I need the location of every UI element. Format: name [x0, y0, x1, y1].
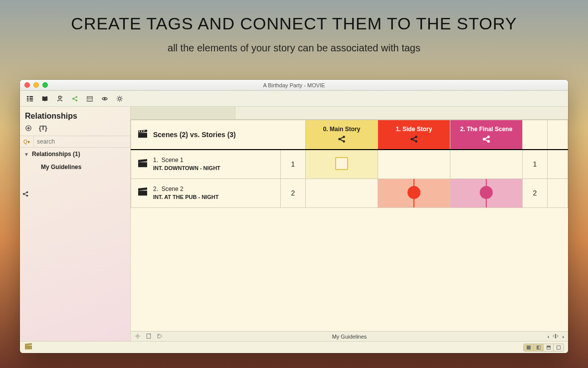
clapboard-icon [137, 187, 148, 198]
svg-line-45 [340, 140, 343, 141]
tree-root-label: Relationships (1) [32, 151, 80, 158]
titlebar: A Birthday Party - MOVIE [20, 80, 568, 91]
hero-title: CREATE TAGS AND CONNECT THEM TO THE STOR… [0, 0, 588, 33]
svg-rect-56 [138, 162, 147, 167]
svg-point-6 [58, 96, 61, 98]
note-icon[interactable] [146, 333, 152, 340]
svg-line-27 [121, 96, 122, 97]
svg-line-49 [412, 137, 415, 139]
svg-line-25 [121, 100, 122, 101]
close-window-button[interactable] [24, 82, 30, 88]
view-mode-3[interactable] [544, 344, 554, 351]
view-mode-segmented[interactable] [523, 344, 564, 352]
disclosure-triangle-icon[interactable]: ▼ [24, 152, 29, 157]
svg-rect-68 [25, 345, 32, 349]
maximize-window-button[interactable] [42, 82, 48, 88]
share-icon[interactable] [71, 95, 79, 103]
main-toolbar [20, 91, 568, 107]
svg-point-66 [159, 335, 160, 336]
story-header-2[interactable]: 2. The Final Scene [450, 120, 523, 150]
sidebar-share-icon[interactable] [22, 190, 29, 199]
gear-icon[interactable] [135, 333, 141, 340]
svg-point-7 [62, 96, 63, 97]
project-icon[interactable] [24, 343, 33, 352]
minimize-window-button[interactable] [33, 82, 39, 88]
calendar-icon[interactable] [86, 95, 94, 103]
status-bar: My Guidelines ‹ › [131, 331, 568, 341]
characters-icon[interactable] [56, 95, 64, 103]
tree-root-relationships[interactable]: ▼ Relationships (1) [20, 148, 130, 161]
add-button[interactable] [25, 125, 34, 133]
svg-line-11 [74, 97, 76, 98]
svg-rect-4 [29, 98, 33, 100]
view-mode-2[interactable] [534, 344, 544, 351]
divider-icon[interactable] [552, 333, 559, 340]
story-header-0[interactable]: 0. Main Story [306, 120, 378, 150]
search-mode-toggle[interactable]: Q▾ [20, 136, 34, 147]
svg-rect-5 [29, 100, 33, 101]
svg-line-12 [74, 99, 76, 100]
footer-bar [20, 341, 568, 353]
clapboard-icon [137, 159, 148, 170]
svg-rect-2 [27, 100, 29, 101]
row-count-left: 1 [281, 150, 306, 179]
story-label: 1. Side Story [396, 126, 432, 133]
svg-line-24 [118, 96, 118, 97]
story-header-1[interactable]: 1. Side Story [378, 120, 450, 150]
scene-num: 1. [153, 157, 158, 164]
story-label: 0. Main Story [323, 126, 361, 133]
outline-view-icon[interactable] [26, 95, 34, 103]
svg-point-60 [137, 335, 139, 337]
svg-marker-69 [25, 343, 32, 346]
svg-rect-58 [138, 191, 147, 196]
svg-marker-57 [138, 159, 147, 162]
sidebar-title: Relationships [20, 107, 130, 125]
svg-rect-0 [27, 96, 29, 97]
scene-row-1[interactable]: 1. Scene 1 INT. DOWNTOWN - NIGHT 1 1 [131, 150, 568, 179]
scene-slug: INT. AT THE PUB - NIGHT [153, 193, 218, 200]
hero-subtitle: all the elements of your story can be as… [0, 42, 588, 54]
tree-item-my-guidelines[interactable]: My Guidelines [20, 161, 130, 174]
gear-icon[interactable] [116, 95, 124, 103]
eye-icon[interactable] [101, 95, 109, 103]
row-count-right: 2 [523, 179, 548, 207]
grid-cell[interactable] [306, 179, 378, 207]
scene-name: Scene 2 [162, 185, 184, 192]
sidebar: Relationships {T} Q▾ ▼ Relationships (1) [20, 107, 131, 341]
svg-line-50 [412, 140, 415, 141]
tag-icon[interactable] [157, 333, 163, 340]
story-label: 2. The Final Scene [460, 126, 513, 133]
scene-num: 2. [153, 185, 158, 192]
view-mode-1[interactable] [524, 344, 534, 351]
grid-cell[interactable] [378, 150, 450, 179]
clapboard-icon [137, 130, 148, 140]
relationship-grid: Scenes (2) vs. Stories (3) 0. Main Story [131, 120, 568, 331]
status-center-label: My Guidelines [332, 334, 367, 340]
grid-cell[interactable] [450, 150, 523, 179]
row-count-right: 1 [523, 150, 548, 179]
grid-cell[interactable] [378, 179, 450, 207]
scene-name: Scene 1 [162, 157, 184, 164]
grid-cell[interactable] [450, 179, 523, 207]
row-count-left: 2 [281, 179, 306, 207]
scene-row-2[interactable]: 2. Scene 2 INT. AT THE PUB - NIGHT 2 2 [131, 179, 568, 207]
view-mode-4[interactable] [554, 344, 564, 351]
svg-line-26 [118, 100, 118, 101]
grid-cell[interactable] [306, 150, 378, 179]
prev-button[interactable]: ‹ [548, 334, 550, 340]
main-area: Scenes (2) vs. Stories (3) 0. Main Story [131, 107, 568, 341]
book-icon[interactable] [41, 95, 49, 103]
app-window: A Birthday Party - MOVIE [20, 80, 568, 353]
svg-rect-3 [29, 96, 33, 97]
search-input[interactable] [34, 136, 130, 147]
svg-rect-36 [138, 133, 147, 138]
tab-segment[interactable] [131, 107, 235, 119]
svg-line-44 [340, 137, 343, 139]
main-tabs [131, 107, 568, 120]
svg-line-35 [24, 194, 26, 195]
svg-point-18 [104, 98, 106, 100]
template-tag-button[interactable]: {T} [39, 125, 48, 133]
scene-slug: INT. DOWNTOWN - NIGHT [153, 165, 220, 172]
svg-line-54 [485, 137, 487, 139]
next-button[interactable]: › [562, 334, 564, 340]
